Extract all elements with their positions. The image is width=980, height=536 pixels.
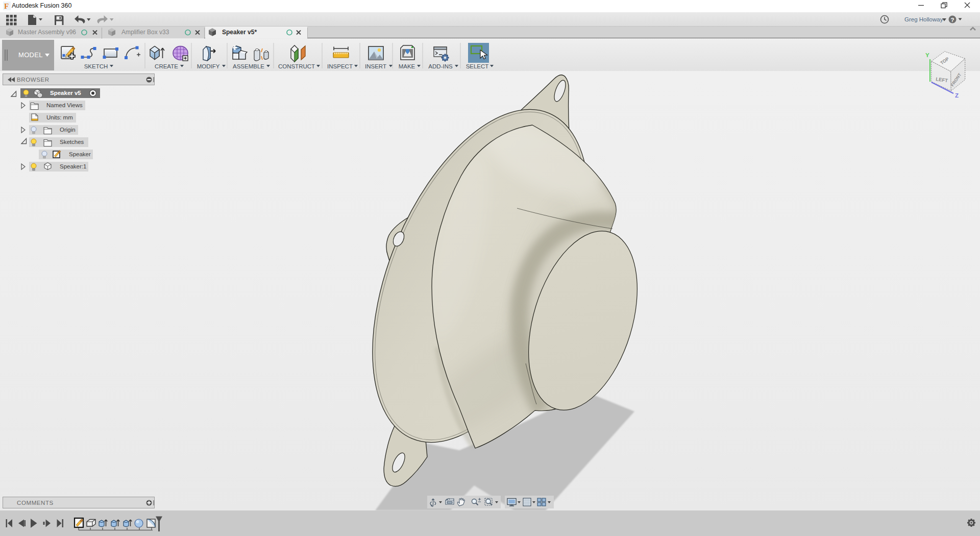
svg-text:Z: Z [955,92,959,99]
svg-text:ASSEMBLE: ASSEMBLE [233,63,264,69]
svg-text:INSERT: INSERT [365,63,386,69]
svg-text:MODIFY: MODIFY [197,63,220,69]
svg-text:Y: Y [925,52,929,58]
svg-text:SELECT: SELECT [466,63,489,69]
svg-text:?: ? [951,17,954,23]
svg-text:ADD-INS: ADD-INS [428,63,453,69]
svg-text:CREATE: CREATE [155,63,178,69]
svg-text:MAKE: MAKE [399,63,415,69]
svg-text:F: F [4,2,9,10]
svg-text:INSPECT: INSPECT [327,63,353,69]
svg-text:CONSTRUCT: CONSTRUCT [278,63,315,69]
svg-text:SKETCH: SKETCH [84,63,108,69]
